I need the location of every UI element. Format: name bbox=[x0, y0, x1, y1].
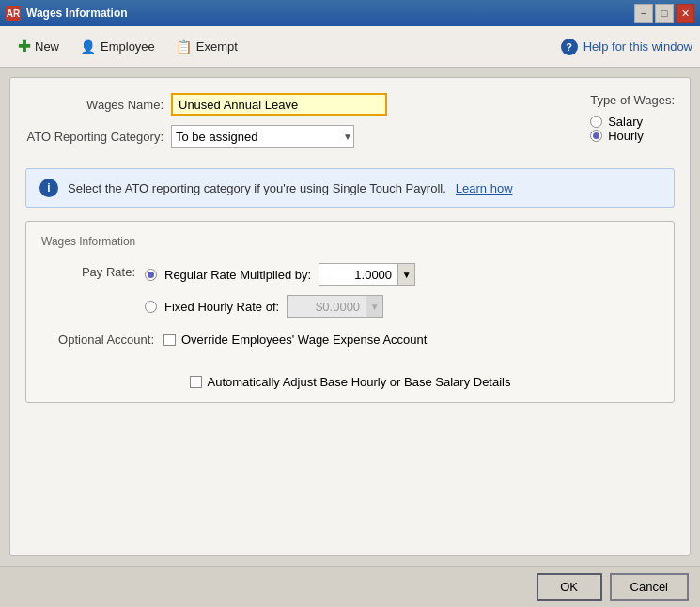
employee-button[interactable]: 👤 Employee bbox=[70, 31, 165, 63]
info-icon: i bbox=[39, 179, 58, 197]
ato-row: ATO Reporting Category: To be assigned ▼ bbox=[25, 125, 571, 148]
salary-label: Salary bbox=[608, 115, 643, 129]
override-label: Override Employees' Wage Expense Account bbox=[181, 333, 427, 347]
toolbar: ✚ New 👤 Employee 📋 Exempt ? Help for thi… bbox=[0, 26, 700, 68]
regular-rate-row: Regular Rate Multiplied by: ▼ bbox=[145, 263, 415, 286]
employee-icon: 👤 bbox=[80, 39, 96, 54]
pay-rate-section: Pay Rate: Regular Rate Multiplied by: ▼ bbox=[41, 263, 659, 318]
fixed-hourly-radio[interactable] bbox=[145, 301, 157, 313]
fixed-hourly-label: Fixed Hourly Rate of: bbox=[164, 300, 279, 314]
info-text: Select the ATO reporting category if you… bbox=[68, 181, 446, 195]
cancel-button[interactable]: Cancel bbox=[610, 573, 689, 601]
pay-rate-options: Regular Rate Multiplied by: ▼ Fixed Hour… bbox=[145, 263, 415, 318]
new-label: New bbox=[35, 39, 59, 54]
hourly-radio-row[interactable]: Hourly bbox=[590, 129, 675, 143]
title-bar-left: AR Wages Information bbox=[6, 6, 128, 21]
exempt-button[interactable]: 📋 Exempt bbox=[165, 31, 248, 63]
window-title: Wages Information bbox=[26, 7, 128, 20]
wages-name-row: Wages Name: bbox=[25, 93, 571, 116]
ato-select[interactable]: To be assigned bbox=[171, 125, 354, 148]
wages-name-input[interactable] bbox=[171, 93, 387, 116]
close-button[interactable]: ✕ bbox=[676, 4, 694, 23]
salary-radio-row[interactable]: Salary bbox=[590, 115, 675, 129]
wages-name-label: Wages Name: bbox=[25, 98, 171, 112]
hourly-radio[interactable] bbox=[590, 130, 602, 142]
optional-account-section: Optional Account: Override Employees' Wa… bbox=[41, 333, 659, 347]
ato-select-wrapper: To be assigned ▼ bbox=[171, 125, 354, 148]
content-panel: Wages Name: ATO Reporting Category: To b… bbox=[9, 77, 691, 556]
maximize-button[interactable]: □ bbox=[655, 4, 674, 23]
regular-rate-input[interactable] bbox=[319, 263, 398, 286]
employee-label: Employee bbox=[101, 39, 155, 54]
hourly-label: Hourly bbox=[608, 129, 644, 143]
salary-radio[interactable] bbox=[590, 116, 602, 128]
title-bar: AR Wages Information − □ ✕ bbox=[0, 0, 700, 26]
left-form: Wages Name: ATO Reporting Category: To b… bbox=[25, 93, 571, 157]
footer: OK Cancel bbox=[0, 566, 700, 607]
help-button[interactable]: ? Help for this window bbox=[561, 39, 692, 55]
pay-rate-label: Pay Rate: bbox=[41, 263, 145, 279]
ato-label: ATO Reporting Category: bbox=[25, 130, 171, 144]
wages-info-box: Wages Information Pay Rate: Regular Rate… bbox=[25, 221, 675, 403]
regular-rate-dropdown[interactable]: ▼ bbox=[398, 263, 415, 286]
info-banner: i Select the ATO reporting category if y… bbox=[25, 168, 675, 208]
new-button[interactable]: ✚ New bbox=[8, 31, 70, 63]
fixed-hourly-input bbox=[287, 295, 366, 318]
fixed-hourly-row: Fixed Hourly Rate of: ▼ bbox=[145, 295, 415, 318]
top-form-area: Wages Name: ATO Reporting Category: To b… bbox=[25, 93, 675, 157]
override-checkbox-row[interactable]: Override Employees' Wage Expense Account bbox=[163, 333, 427, 347]
override-checkbox[interactable] bbox=[163, 334, 176, 346]
auto-adjust-checkbox[interactable] bbox=[190, 376, 202, 388]
auto-adjust-label: Automatically Adjust Base Hourly or Base… bbox=[208, 375, 511, 389]
wages-info-title: Wages Information bbox=[41, 235, 659, 248]
learn-link[interactable]: Learn how bbox=[456, 181, 513, 195]
type-wages-label: Type of Wages: bbox=[590, 93, 675, 107]
minimize-button[interactable]: − bbox=[634, 4, 653, 23]
title-controls: − □ ✕ bbox=[634, 4, 694, 23]
type-wages-section: Type of Wages: Salary Hourly bbox=[571, 93, 675, 143]
help-icon: ? bbox=[561, 39, 578, 55]
ok-button[interactable]: OK bbox=[537, 573, 602, 601]
fixed-hourly-input-wrap: ▼ bbox=[287, 295, 383, 318]
new-icon: ✚ bbox=[18, 38, 30, 55]
help-label: Help for this window bbox=[583, 39, 692, 54]
main-content: Wages Name: ATO Reporting Category: To b… bbox=[0, 68, 700, 566]
optional-account-label: Optional Account: bbox=[41, 333, 163, 347]
fixed-hourly-dropdown: ▼ bbox=[366, 295, 383, 318]
exempt-label: Exempt bbox=[196, 39, 238, 54]
app-icon: AR bbox=[6, 6, 21, 21]
exempt-icon: 📋 bbox=[176, 39, 192, 54]
regular-rate-label: Regular Rate Multiplied by: bbox=[164, 268, 311, 282]
regular-rate-radio[interactable] bbox=[145, 269, 157, 281]
auto-adjust-row[interactable]: Automatically Adjust Base Hourly or Base… bbox=[41, 375, 659, 389]
regular-rate-input-wrap: ▼ bbox=[319, 263, 415, 286]
